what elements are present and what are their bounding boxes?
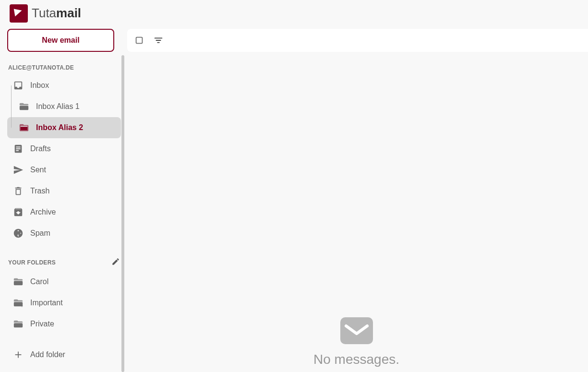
svg-text:+: +	[21, 304, 24, 308]
folder-item-sent[interactable]: Sent	[7, 159, 121, 180]
sent-icon	[13, 165, 24, 175]
spam-icon	[13, 228, 24, 239]
add-folder-row: Add folder	[7, 344, 121, 365]
content-area: No messages.	[125, 26, 588, 372]
svg-rect-4	[17, 190, 17, 193]
folder-item-spam[interactable]: Spam	[7, 223, 121, 244]
svg-rect-5	[19, 190, 19, 193]
your-folders-header: YOUR FOLDERS	[7, 253, 121, 271]
brand-name-start: Tuta	[32, 6, 56, 20]
svg-rect-2	[16, 148, 20, 149]
folder-label: Trash	[30, 187, 49, 195]
folder-plus-icon: +	[13, 298, 24, 308]
add-folder-button[interactable]: Add folder	[7, 344, 121, 365]
tuta-logo-icon	[10, 4, 28, 23]
sidebar-scrollbar[interactable]	[121, 55, 125, 372]
folder-label: Drafts	[30, 144, 51, 153]
new-email-button[interactable]: New email	[7, 29, 114, 52]
system-folder-list: InboxInbox Alias 1Inbox Alias 2DraftsSen…	[7, 75, 121, 244]
svg-rect-1	[16, 146, 20, 147]
add-folder-label: Add folder	[30, 350, 65, 359]
empty-state-text: No messages.	[313, 352, 399, 367]
sidebar: New email ALICE@TUTANOTA.DE InboxInbox A…	[0, 26, 125, 372]
folder-label: Sent	[30, 166, 46, 174]
main-container: New email ALICE@TUTANOTA.DE InboxInbox A…	[0, 26, 588, 372]
account-email-header: ALICE@TUTANOTA.DE	[7, 60, 121, 75]
folder-label: Inbox Alias 1	[36, 102, 80, 111]
folder-item-inbox-alias-2[interactable]: Inbox Alias 2	[7, 117, 121, 138]
trash-icon	[13, 186, 24, 196]
folder-label: Carol	[30, 277, 48, 286]
folder-label: Important	[30, 299, 63, 307]
folder-label: Private	[30, 320, 54, 328]
empty-state: No messages.	[125, 52, 588, 372]
folder-item-private[interactable]: Private	[7, 313, 121, 335]
svg-rect-10	[136, 37, 143, 44]
folder-label: Inbox Alias 2	[36, 123, 83, 132]
folder-label: Archive	[30, 208, 56, 216]
folder-label: Inbox	[30, 81, 49, 90]
folder-open-icon	[19, 122, 29, 133]
folder-label: Spam	[30, 229, 50, 238]
scrollbar-thumb[interactable]	[121, 55, 124, 372]
folder-item-inbox[interactable]: Inbox	[7, 75, 121, 96]
folder-item-archive[interactable]: Archive	[7, 202, 121, 223]
folder-icon	[19, 101, 29, 112]
folder-icon	[13, 319, 24, 329]
mail-list-toolbar	[127, 29, 588, 52]
folder-item-drafts[interactable]: Drafts	[7, 138, 121, 159]
user-folder-list: Carol+ImportantPrivate	[7, 271, 121, 335]
folder-icon	[13, 276, 24, 287]
your-folders-label: YOUR FOLDERS	[8, 259, 56, 266]
folder-item-trash[interactable]: Trash	[7, 180, 121, 202]
app-header: Tutamail	[0, 0, 588, 26]
edit-folders-icon[interactable]	[111, 257, 120, 267]
inbox-icon	[13, 80, 24, 91]
svg-rect-14	[340, 317, 373, 344]
folder-item-important[interactable]: +Important	[7, 292, 121, 313]
drafts-icon	[13, 144, 24, 154]
filter-icon[interactable]	[153, 35, 164, 46]
svg-rect-3	[16, 150, 19, 151]
select-all-checkbox[interactable]	[134, 35, 144, 46]
plus-icon	[13, 349, 24, 360]
brand-name: Tutamail	[32, 6, 81, 21]
svg-point-6	[16, 231, 20, 234]
account-email-label: ALICE@TUTANOTA.DE	[8, 64, 74, 71]
folder-item-inbox-alias-1[interactable]: Inbox Alias 1	[7, 96, 121, 117]
empty-mail-icon	[340, 317, 373, 346]
brand-name-end: mail	[56, 6, 81, 20]
brand-logo[interactable]: Tutamail	[10, 4, 81, 23]
folder-item-carol[interactable]: Carol	[7, 271, 121, 292]
archive-icon	[13, 207, 24, 217]
